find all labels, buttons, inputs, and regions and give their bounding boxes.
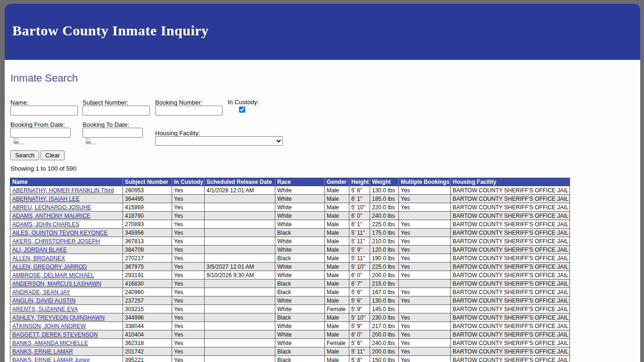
- table-row: ANGLIN, DAVID AUSTIN 237257 Yes White Ma…: [10, 296, 570, 305]
- inmate-name-link[interactable]: BAGGETT, DEREK STEVENSON: [12, 331, 98, 338]
- subject-number-cell: 237257: [123, 296, 172, 305]
- inmate-name-link[interactable]: ALLEN, BROADNEX: [12, 255, 65, 262]
- scheduled-release-date-cell: [205, 356, 275, 362]
- inmate-name-link[interactable]: ABERNATHY, ISAIAH LEE: [12, 196, 80, 202]
- scheduled-release-date-cell: [205, 237, 275, 246]
- inmate-name-link[interactable]: ADAMS, JOHN CHARLES: [12, 221, 79, 228]
- in-custody-cell: Yes: [172, 322, 205, 330]
- inmate-name-link[interactable]: ALLEN, GREGORY JARROD: [12, 263, 87, 270]
- search-button[interactable]: Search: [10, 150, 39, 160]
- housing-facility-cell: BARTOW COUNTY SHERIFF'S OFFICE JAIL: [451, 186, 570, 195]
- table-row: ANDRADE, SEAN JAY 240960 Yes Black Male …: [10, 288, 570, 296]
- column-header-in-custody: In Custody: [172, 178, 205, 186]
- multiple-bookings-cell: Yes: [399, 186, 451, 195]
- table-row: ALLEN, GREGORY JARROD 367975 Yes 3/5/202…: [10, 263, 570, 271]
- multiple-bookings-cell: Yes: [399, 271, 451, 280]
- column-header-height: Height: [349, 178, 370, 186]
- multiple-bookings-cell: Yes: [399, 339, 451, 347]
- column-header-scheduled-release-date: Scheduled Release Date: [205, 178, 275, 186]
- site-banner: Bartow County Inmate Inquiry: [5, 4, 640, 60]
- subject-number-cell: 293191: [123, 271, 172, 280]
- gender-cell: Male: [325, 229, 349, 237]
- inmate-name-link[interactable]: AKERS, CHRISTOPHER JOSEPH: [12, 238, 100, 245]
- inmate-name-link[interactable]: ASHLEY, TREYVEON QUINSHAWN: [12, 314, 105, 321]
- inmate-name-cell: ANGLIN, DAVID AUSTIN: [10, 296, 123, 305]
- housing-facility-cell: BARTOW COUNTY SHERIFF'S OFFICE JAIL: [451, 280, 570, 288]
- table-row: BANKS, ERNIE LAMAR 201742 Yes Black Male…: [10, 347, 570, 356]
- race-cell: White: [275, 263, 325, 271]
- housing-facility-cell: BARTOW COUNTY SHERIFF'S OFFICE JAIL: [451, 212, 570, 220]
- weight-cell: 200.0 lbs: [370, 330, 399, 339]
- weight-cell: 220.0 lbs: [370, 203, 399, 212]
- inmate-name-link[interactable]: BANKS, ERNIE LAMAR: [12, 348, 73, 355]
- inmate-name-link[interactable]: ARENTS, SUZANNE EVA: [12, 306, 78, 313]
- inmate-name-link[interactable]: ADAMS, ANTHONY MAURICE: [12, 213, 91, 219]
- weight-cell: 240.0 lbs: [370, 339, 399, 347]
- multiple-bookings-cell: Yes: [399, 330, 451, 339]
- inmate-name-cell: ALLEN, BROADNEX: [10, 254, 123, 263]
- inmate-name-link[interactable]: ABERNATHY, HOMER FRANKLIN Third: [12, 187, 114, 194]
- gender-cell: Male: [325, 246, 349, 254]
- multiple-bookings-cell: [399, 305, 451, 313]
- weight-cell: 210.0 lbs: [370, 237, 399, 246]
- scheduled-release-date-cell: [205, 254, 275, 263]
- multiple-bookings-cell: Yes: [399, 288, 451, 296]
- column-header-housing-facility: Housing Facility: [451, 178, 570, 186]
- race-cell: White: [275, 195, 325, 203]
- weight-cell: 215.0 lbs: [370, 280, 399, 288]
- height-cell: 5' 6": [349, 186, 370, 195]
- booking-to-calendar-button[interactable]: ...: [85, 138, 96, 145]
- race-cell: Black: [275, 280, 325, 288]
- in-custody-cell: Yes: [172, 246, 205, 254]
- results-summary: Showing 1 to 100 of 590: [10, 165, 76, 172]
- gender-cell: Male: [325, 271, 349, 280]
- table-row: ARENTS, SUZANNE EVA 303215 Yes White Fem…: [10, 305, 570, 313]
- inmate-name-cell: ABREU, LEONARDO JOSUHE: [10, 203, 123, 212]
- inmate-name-link[interactable]: AMBROSE, DELMAR MICHAEL: [12, 272, 94, 279]
- inmate-name-cell: ABERNATHY, HOMER FRANKLIN Third: [10, 186, 123, 195]
- weight-cell: 230.0 lbs: [370, 313, 399, 322]
- in-custody-cell: Yes: [172, 313, 205, 322]
- inmate-name-link[interactable]: BANKS, ERNIE LAMAR Junior: [12, 357, 90, 362]
- housing-facility-cell: BARTOW COUNTY SHERIFF'S OFFICE JAIL: [451, 288, 570, 296]
- column-header-multiple-bookings: Multiple Bookings: [399, 178, 451, 186]
- subject-number-input[interactable]: [83, 106, 150, 115]
- inmate-name-link[interactable]: ANDERSON, MARCUS LASHAWN: [12, 280, 101, 287]
- height-cell: 5' 11": [349, 254, 370, 263]
- clear-button[interactable]: Clear: [41, 150, 65, 160]
- in-custody-checkbox[interactable]: [239, 107, 245, 113]
- race-cell: Black: [275, 288, 325, 296]
- inmate-name-link[interactable]: ABREU, LEONARDO JOSUHE: [12, 204, 91, 211]
- booking-from-calendar-button[interactable]: ...: [13, 138, 24, 145]
- housing-facility-cell: BARTOW COUNTY SHERIFF'S OFFICE JAIL: [451, 220, 570, 229]
- scheduled-release-date-cell: 3/5/2027 12:01 AM: [205, 263, 275, 271]
- inmate-name-link[interactable]: AILES, QUINTON TEVON KEYONCE: [12, 230, 107, 236]
- name-input[interactable]: [10, 106, 78, 115]
- column-header-name: Name: [10, 178, 123, 186]
- in-custody-cell: Yes: [172, 356, 205, 362]
- scheduled-release-date-cell: [205, 212, 275, 220]
- booking-number-input[interactable]: [155, 106, 223, 115]
- table-row: ALLEN, BROADNEX 270217 Yes Black Male 5'…: [10, 254, 570, 263]
- multiple-bookings-cell: Yes: [399, 203, 451, 212]
- housing-facility-select[interactable]: [155, 136, 283, 146]
- gender-cell: Male: [325, 203, 349, 212]
- inmate-name-link[interactable]: ALI, JORDAN BLAKE: [12, 247, 67, 253]
- inmate-name-link[interactable]: ANGLIN, DAVID AUSTIN: [12, 297, 75, 304]
- housing-facility-cell: BARTOW COUNTY SHERIFF'S OFFICE JAIL: [451, 356, 570, 362]
- booking-from-date-input[interactable]: [10, 128, 71, 138]
- booking-to-date-input[interactable]: [83, 128, 143, 138]
- inmate-name-link[interactable]: BANKS, AMANDA MICHELLE: [12, 340, 88, 346]
- page-frame: Bartow County Inmate Inquiry Inmate Sear…: [5, 4, 640, 362]
- weight-cell: 200.0 lbs: [370, 347, 399, 356]
- height-cell: 5' 6": [349, 288, 370, 296]
- table-row: ABERNATHY, HOMER FRANKLIN Third 260953 Y…: [10, 186, 570, 195]
- booking-number-label: Booking Number:: [155, 99, 202, 106]
- inmate-name-link[interactable]: ANDRADE, SEAN JAY: [12, 289, 70, 296]
- booking-from-date-label: Booking From Date:: [10, 121, 65, 128]
- gender-cell: Male: [325, 280, 349, 288]
- column-header-race: Race: [275, 178, 325, 186]
- inmate-name-link[interactable]: ATKINSON, JOHN ANDREW: [12, 323, 86, 329]
- weight-cell: 200.0 lbs: [370, 271, 399, 280]
- race-cell: White: [275, 246, 325, 254]
